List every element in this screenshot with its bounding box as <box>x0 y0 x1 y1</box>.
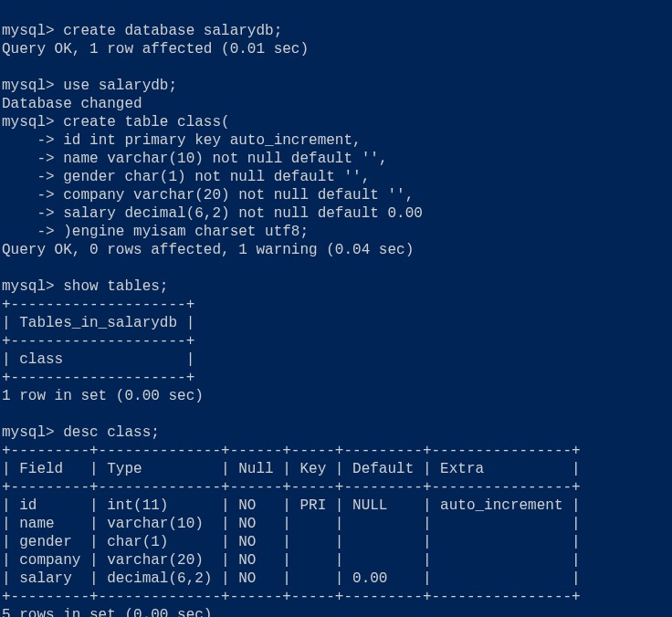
cont-prompt: -> <box>2 132 63 149</box>
cont-prompt: -> <box>2 205 63 222</box>
table-border: +---------+--------------+------+-----+-… <box>2 479 581 496</box>
cmd-desc: desc class; <box>63 424 160 441</box>
mysql-prompt: mysql> <box>2 278 63 295</box>
result-use-db: Database changed <box>2 96 142 112</box>
table-border: +---------+--------------+------+-----+-… <box>2 589 581 605</box>
cont-line: -> id int primary key auto_increment, <box>2 132 362 149</box>
mysql-prompt: mysql> <box>2 114 63 131</box>
cmd-use-db: use salarydb; <box>63 78 177 94</box>
table-row: | gender | char(1) | NO | | | | <box>2 534 581 550</box>
result-create-table: Query OK, 0 rows affected, 1 warning (0.… <box>2 242 414 258</box>
table-header: | Tables_in_salarydb | <box>2 315 194 331</box>
table-header: | Field | Type | Null | Key | Default | … <box>2 461 581 477</box>
cmd-create-table-6: )engine myisam charset utf8; <box>63 224 309 240</box>
mysql-terminal[interactable]: mysql> create database salarydb; Query O… <box>0 0 672 617</box>
mysql-prompt: mysql> <box>2 424 63 441</box>
mysql-prompt: mysql> <box>2 78 63 94</box>
blank-line <box>2 260 11 277</box>
table-border: +--------------------+ <box>2 297 194 313</box>
cmd-create-table-2: name varchar(10) not null default '', <box>63 151 387 167</box>
cont-line: -> name varchar(10) not null default '', <box>2 151 387 167</box>
prompt-line: mysql> use salarydb; <box>2 78 177 94</box>
cont-line: -> gender char(1) not null default '', <box>2 169 370 185</box>
cmd-create-table-5: salary decimal(6,2) not null default 0.0… <box>63 205 423 222</box>
blank-line <box>2 59 11 76</box>
cmd-create-table-0: create table class( <box>63 114 229 131</box>
table-row: | salary | decimal(6,2) | NO | | 0.00 | … <box>2 570 581 587</box>
result-create-db: Query OK, 1 row affected (0.01 sec) <box>2 41 309 58</box>
table-row: | id | int(11) | NO | PRI | NULL | auto_… <box>2 497 581 514</box>
prompt-line: mysql> create database salarydb; <box>2 23 282 39</box>
table-border: +---------+--------------+------+-----+-… <box>2 443 581 459</box>
blank-line <box>2 406 11 423</box>
prompt-line: mysql> show tables; <box>2 278 168 295</box>
cont-line: -> )engine myisam charset utf8; <box>2 224 309 240</box>
cmd-create-table-3: gender char(1) not null default '', <box>63 169 370 185</box>
mysql-prompt: mysql> <box>2 23 63 39</box>
table-row: | company | varchar(20) | NO | | | | <box>2 552 581 569</box>
cont-line: -> salary decimal(6,2) not null default … <box>2 205 423 222</box>
table-border: +--------------------+ <box>2 333 194 350</box>
cont-prompt: -> <box>2 224 63 240</box>
result-desc-footer: 5 rows in set (0.00 sec) <box>2 607 212 617</box>
prompt-line: mysql> desc class; <box>2 424 160 441</box>
cont-line: -> company varchar(20) not null default … <box>2 187 414 204</box>
cont-prompt: -> <box>2 151 63 167</box>
table-row: | name | varchar(10) | NO | | | | <box>2 516 581 532</box>
table-border: +--------------------+ <box>2 370 194 386</box>
cont-prompt: -> <box>2 187 63 204</box>
cmd-create-table-4: company varchar(20) not null default '', <box>63 187 414 204</box>
prompt-line: mysql> create table class( <box>2 114 230 131</box>
cmd-create-table-1: id int primary key auto_increment, <box>63 132 361 149</box>
cmd-create-db: create database salarydb; <box>63 23 282 39</box>
table-row: | class | <box>2 351 194 368</box>
result-show-tables-footer: 1 row in set (0.00 sec) <box>2 388 204 404</box>
cont-prompt: -> <box>2 169 63 185</box>
cmd-show-tables: show tables; <box>63 278 168 295</box>
